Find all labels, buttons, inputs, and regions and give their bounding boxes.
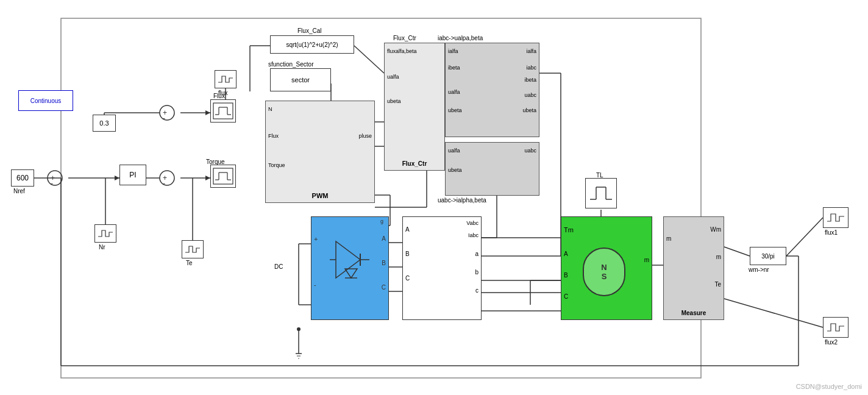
sfunc-title: sfunction_Sector bbox=[268, 61, 314, 68]
iabc-title: iabc->ualpa,beta bbox=[438, 35, 483, 41]
flux-scope bbox=[215, 70, 237, 88]
svg-line-28 bbox=[724, 299, 823, 327]
watermark: CSDN@studyer_domi bbox=[796, 383, 862, 390]
svg-point-74 bbox=[160, 105, 174, 120]
pwm-block: N Flux Torque pluse PWM bbox=[265, 101, 375, 203]
continuous-block: Continuous bbox=[18, 90, 73, 111]
sector-label: sector bbox=[291, 76, 310, 84]
motor-block: Tm A B C m NS bbox=[561, 216, 652, 320]
pi-block: PI bbox=[119, 165, 146, 185]
te-label: Te bbox=[186, 260, 193, 266]
flux-ctr-block: fluxalfa,beta ualfa ubeta Flux_Ctr bbox=[384, 43, 445, 171]
svg-point-71 bbox=[160, 171, 174, 185]
svg-point-51 bbox=[297, 327, 301, 331]
flux-cal-title: Flux_Cal bbox=[297, 27, 321, 34]
nref-block: 600 bbox=[11, 169, 34, 187]
uabc-title: uabc->ialpha,beta bbox=[438, 197, 486, 204]
svg-point-68 bbox=[48, 171, 62, 185]
flux-cal-label: sqrt(u(1)^2+u(2)^2) bbox=[286, 41, 338, 48]
svg-text:+: + bbox=[163, 174, 167, 182]
svg-text:-: - bbox=[163, 114, 165, 123]
svg-marker-77 bbox=[115, 176, 119, 180]
flux1-scope bbox=[823, 207, 848, 228]
vabc-block: A B C Vabc Iabc a b c bbox=[402, 216, 482, 320]
nr-label: Nr bbox=[99, 244, 105, 251]
tl-block bbox=[585, 178, 617, 208]
nref-value: 600 bbox=[16, 174, 29, 182]
gain-value: 0.3 bbox=[99, 119, 108, 127]
inverter-block: g + - A B C bbox=[311, 216, 389, 320]
torque-integrator bbox=[210, 165, 236, 188]
svg-text:+: + bbox=[51, 174, 55, 182]
svg-marker-78 bbox=[205, 110, 210, 115]
te-scope bbox=[182, 240, 204, 258]
measure-block: m Wm Te m Measure bbox=[663, 216, 724, 320]
flux2-scope bbox=[823, 317, 848, 338]
svg-line-10 bbox=[354, 46, 384, 73]
flux-label: Flux bbox=[213, 93, 225, 99]
svg-text:-: - bbox=[51, 179, 53, 188]
svg-text:-: - bbox=[163, 179, 165, 188]
svg-line-27 bbox=[786, 218, 823, 256]
wm-nr-label: wm->nr bbox=[749, 266, 769, 273]
wm-gain-block: 30/pi bbox=[750, 247, 786, 265]
wm-gain-label: 30/pi bbox=[761, 253, 775, 260]
flux1-label: flux1 bbox=[825, 229, 838, 236]
svg-line-26 bbox=[724, 247, 750, 256]
flux-ctr-title: Flux_Ctr bbox=[393, 35, 416, 41]
gain-block: 0.3 bbox=[93, 115, 116, 132]
iabc-block: ialfa ibeta ualfa ubeta ialfa iabc ibeta… bbox=[445, 43, 539, 137]
pi-label: PI bbox=[129, 171, 136, 179]
sfunc-sector-block: sector bbox=[270, 68, 331, 91]
nr-scope bbox=[94, 224, 116, 243]
nref-label: Nref bbox=[13, 188, 25, 194]
svg-marker-79 bbox=[205, 176, 210, 180]
svg-rect-80 bbox=[213, 103, 233, 119]
svg-marker-92 bbox=[336, 241, 360, 278]
svg-text:+: + bbox=[163, 109, 167, 117]
svg-rect-86 bbox=[213, 168, 233, 184]
continuous-label: Continuous bbox=[30, 98, 62, 104]
dc-label: DC bbox=[274, 263, 283, 270]
torque-label: Torque bbox=[206, 158, 225, 165]
flux-integrator bbox=[210, 99, 236, 123]
uabc-block: ualfa ubeta uabc bbox=[445, 142, 539, 196]
flux2-label: flux2 bbox=[825, 339, 838, 346]
tl-label: TL bbox=[596, 172, 603, 179]
flux-cal-block: sqrt(u(1)^2+u(2)^2) bbox=[270, 35, 354, 54]
